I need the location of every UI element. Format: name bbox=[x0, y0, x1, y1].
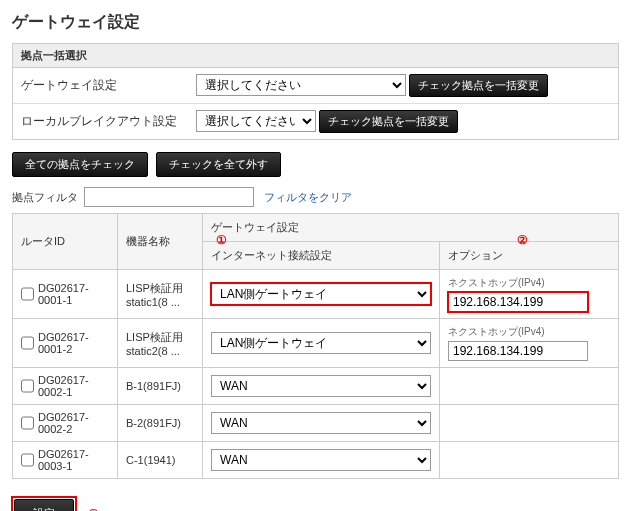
check-all-button[interactable]: 全ての拠点をチェック bbox=[12, 152, 148, 177]
router-id: DG02617-0002-2 bbox=[38, 411, 109, 435]
apply-button[interactable]: 設定 bbox=[14, 499, 74, 511]
batch-row-gateway: ゲートウェイ設定 選択してください チェック拠点を一括変更 bbox=[13, 68, 618, 104]
table-row: DG02617-0001-2LISP検証用 static2(8 ...LAN側ゲ… bbox=[13, 319, 619, 368]
table-row: DG02617-0003-1C-1(1941)WAN bbox=[13, 442, 619, 479]
device-name: LISP検証用 static1(8 ... bbox=[118, 270, 203, 319]
page-title: ゲートウェイ設定 bbox=[12, 12, 619, 33]
device-name: B-1(891FJ) bbox=[118, 368, 203, 405]
col-group: ゲートウェイ設定 bbox=[203, 214, 619, 242]
nexthop-input[interactable] bbox=[448, 292, 588, 312]
device-name: B-2(891FJ) bbox=[118, 405, 203, 442]
batch-breakout-apply-button[interactable]: チェック拠点を一括変更 bbox=[319, 110, 458, 133]
batch-breakout-select[interactable]: 選択してください bbox=[196, 110, 316, 132]
annotation-one: ① bbox=[216, 233, 227, 247]
col-option: ② オプション bbox=[440, 242, 619, 270]
conn-select[interactable]: LAN側ゲートウェイ bbox=[211, 332, 431, 354]
batch-gateway-select[interactable]: 選択してください bbox=[196, 74, 406, 96]
row-checkbox[interactable] bbox=[21, 336, 34, 350]
nexthop-label: ネクストホップ(IPv4) bbox=[448, 325, 610, 339]
router-id: DG02617-0002-1 bbox=[38, 374, 109, 398]
batch-gateway-label: ゲートウェイ設定 bbox=[13, 68, 188, 104]
router-id: DG02617-0001-2 bbox=[38, 331, 109, 355]
annotation-three: ③ bbox=[88, 507, 99, 512]
annotation-two: ② bbox=[517, 233, 528, 247]
table-row: DG02617-0002-2B-2(891FJ)WAN bbox=[13, 405, 619, 442]
conn-select[interactable]: WAN bbox=[211, 375, 431, 397]
batch-row-breakout: ローカルブレイクアウト設定 選択してください チェック拠点を一括変更 bbox=[13, 104, 618, 140]
row-checkbox[interactable] bbox=[21, 379, 34, 393]
batch-breakout-label: ローカルブレイクアウト設定 bbox=[13, 104, 188, 140]
nexthop-label: ネクストホップ(IPv4) bbox=[448, 276, 610, 290]
batch-select-header: 拠点一括選択 bbox=[13, 44, 618, 68]
router-id: DG02617-0001-1 bbox=[38, 282, 109, 306]
filter-clear-link[interactable]: フィルタをクリア bbox=[264, 190, 352, 205]
col-conn: ① インターネット接続設定 bbox=[203, 242, 440, 270]
device-name: LISP検証用 static2(8 ... bbox=[118, 319, 203, 368]
router-table: ルータID 機器名称 ゲートウェイ設定 ① インターネット接続設定 ② オプショ… bbox=[12, 213, 619, 479]
filter-label: 拠点フィルタ bbox=[12, 190, 78, 205]
conn-select[interactable]: WAN bbox=[211, 449, 431, 471]
col-device: 機器名称 bbox=[118, 214, 203, 270]
col-router: ルータID bbox=[13, 214, 118, 270]
table-row: DG02617-0002-1B-1(891FJ)WAN bbox=[13, 368, 619, 405]
filter-input[interactable] bbox=[84, 187, 254, 207]
uncheck-all-button[interactable]: チェックを全て外す bbox=[156, 152, 281, 177]
conn-select[interactable]: WAN bbox=[211, 412, 431, 434]
router-id: DG02617-0003-1 bbox=[38, 448, 109, 472]
batch-select-box: 拠点一括選択 ゲートウェイ設定 選択してください チェック拠点を一括変更 ローカ… bbox=[12, 43, 619, 140]
table-row: DG02617-0001-1LISP検証用 static1(8 ...LAN側ゲ… bbox=[13, 270, 619, 319]
nexthop-input[interactable] bbox=[448, 341, 588, 361]
conn-select[interactable]: LAN側ゲートウェイ bbox=[211, 283, 431, 305]
batch-gateway-apply-button[interactable]: チェック拠点を一括変更 bbox=[409, 74, 548, 97]
row-checkbox[interactable] bbox=[21, 453, 34, 467]
row-checkbox[interactable] bbox=[21, 287, 34, 301]
row-checkbox[interactable] bbox=[21, 416, 34, 430]
device-name: C-1(1941) bbox=[118, 442, 203, 479]
